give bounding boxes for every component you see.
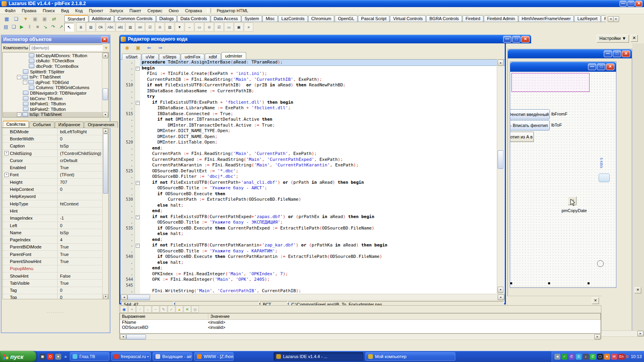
property-row[interactable]: CursorcrDefault [3, 157, 109, 164]
property-value[interactable]: 0 [57, 294, 109, 299]
fold-column[interactable] [135, 271, 140, 277]
fold-column[interactable] [135, 111, 140, 117]
fold-column[interactable] [135, 128, 140, 134]
fold-column[interactable] [135, 94, 140, 100]
ttogglebox-icon[interactable]: on [135, 22, 145, 32]
code-line[interactable]: .− if not FileExistsUTF8(CurrentPathExpe… [120, 214, 505, 220]
editor-vscroll-thumb[interactable] [498, 150, 504, 169]
code-line[interactable]: .− if FileExistsUTF8(ExePath + 'fbclient… [120, 100, 505, 106]
fold-column[interactable] [135, 157, 140, 163]
code-line[interactable]: 535 if ODSourceBD.Execute then CurrentPa… [120, 226, 505, 231]
fold-column[interactable] [135, 162, 140, 168]
menu-item[interactable]: Вид [58, 7, 72, 14]
tray-extra-icon[interactable]: ti [626, 354, 629, 359]
tlabel-icon[interactable]: Abc [106, 22, 115, 32]
watch-row[interactable]: ODSourceBD<invalid> [120, 325, 601, 330]
gadget-chip[interactable] [599, 174, 610, 182]
fold-column[interactable] [135, 185, 140, 191]
fold-column[interactable] [135, 288, 140, 294]
code-line[interactable]: . else halt; [120, 260, 505, 266]
watches-hscroll-thumb[interactable] [126, 334, 146, 340]
fold-column[interactable] [135, 265, 140, 271]
component-tree-item[interactable]: bbPaket1: TButton [3, 101, 109, 106]
code-line[interactable]: 525 ODSourceBD.DefaultExt := '*.dbc'; [120, 168, 505, 174]
step-into-button[interactable]: ↘ [42, 23, 49, 31]
fold-column[interactable] [135, 123, 140, 129]
fold-column[interactable] [135, 231, 140, 237]
object-inspector-close-button[interactable]: ✕ [101, 37, 108, 43]
jump-forward-button[interactable]: ⇒ [156, 43, 165, 52]
task-button[interactable]: Входящие - ain-2@m... [153, 352, 192, 361]
save-all-icon[interactable]: ▣ [40, 15, 49, 23]
fold-column[interactable] [135, 197, 140, 203]
task-button[interactable]: freepascal.ru • Прос... [111, 352, 151, 361]
form-close-button[interactable]: ✕ [606, 63, 614, 70]
code-line[interactable]: 545 [120, 283, 505, 289]
props-scroll-up[interactable]: ▴ [103, 129, 108, 134]
tree-expand-icon[interactable]: − [17, 75, 21, 79]
palette-scroll-right-button[interactable]: ▸ [613, 16, 619, 22]
form-designer-window[interactable]: — □ ✕ - Фенотип введённый lbFromF е - Вп… [510, 62, 616, 288]
settings-dropdown-button[interactable]: Настройки ▼ [597, 35, 629, 43]
fold-column[interactable] [135, 248, 140, 254]
editor-close-button[interactable]: ✕ [521, 36, 530, 43]
code-line[interactable]: . FIni.WriteString('Main', 'CurrentPathI… [120, 288, 505, 294]
antivirus-tray-icon[interactable]: ✓ [562, 354, 567, 360]
property-value[interactable]: True [57, 258, 109, 265]
bg-window-minimize-button[interactable]: — [604, 50, 612, 57]
tcheckgroup-icon[interactable]: ☑ [214, 22, 224, 32]
form-designer-titlebar[interactable]: — □ ✕ [510, 62, 616, 72]
property-value[interactable]: True [57, 244, 109, 250]
fold-column[interactable] [135, 254, 140, 260]
tmemo-icon[interactable]: ▤ [125, 22, 135, 32]
editor-maximize-button[interactable]: □ [512, 36, 520, 43]
editor-tab[interactable]: uStart [122, 54, 141, 60]
form-maximize-button[interactable]: □ [597, 63, 605, 70]
task-button[interactable]: Lazarus IDE v1.4.4 - ... [273, 352, 363, 361]
fold-column[interactable] [135, 220, 140, 226]
tcheckbox-icon[interactable]: ☑ [145, 22, 155, 32]
property-value[interactable] [57, 207, 109, 214]
docking-close-button[interactable]: ✕ [631, 35, 638, 42]
palette-tab[interactable]: Additional [89, 15, 114, 22]
enable-all-button[interactable]: ✓ [168, 306, 175, 313]
property-value[interactable]: False [57, 272, 109, 279]
move-down-button[interactable]: ↓ [144, 306, 152, 313]
property-row[interactable]: BiDiModebdLeftToRight [3, 128, 109, 135]
inspector-tab[interactable]: Ограничения [84, 121, 118, 128]
watches-scroll-left[interactable]: ◂ [120, 334, 126, 340]
code-line[interactable]: . try [120, 94, 505, 100]
menu-item[interactable]: Проект [86, 7, 106, 14]
code-line[interactable]: . DMInter.DICT_NAME.Open; [120, 134, 505, 140]
fold-marker-icon[interactable]: − [136, 181, 140, 185]
property-row[interactable]: ParentFontTrue [3, 251, 109, 258]
tree-scroll-up[interactable]: ▴ [103, 53, 108, 58]
property-row[interactable]: Hint [3, 207, 109, 215]
property-row[interactable]: HelpContext0 [3, 186, 109, 193]
fold-column[interactable] [135, 168, 140, 174]
view-units-icon[interactable]: ▤ [2, 23, 9, 31]
palette-tab[interactable]: Pascal Script [358, 15, 389, 22]
tree-expand-icon[interactable]: − [23, 80, 27, 84]
property-row[interactable]: Left0 [3, 222, 109, 229]
code-line[interactable]: . end; [120, 237, 505, 243]
fold-column[interactable] [135, 105, 140, 111]
new-form-icon[interactable]: ❏ [12, 15, 21, 23]
menu-item[interactable]: Пакет [126, 7, 144, 14]
palette-tab[interactable]: Virtual Controls [390, 15, 426, 22]
delete-all-button[interactable]: ✕ [183, 306, 191, 313]
fold-column[interactable] [135, 82, 140, 88]
tpopupmenu-icon[interactable]: ▤ [86, 22, 95, 32]
watches-grid[interactable]: Выражение Значение FName<invalid>ODSourc… [120, 313, 601, 334]
remove-watch-button[interactable]: − [152, 306, 159, 313]
source-editor-titlebar[interactable]: Редактор исходного кода — □ ✕ [119, 35, 531, 43]
quick-launch-opera-icon[interactable]: O [47, 354, 53, 360]
property-value[interactable]: True [57, 280, 109, 286]
component-tree-item[interactable]: Splitter8: TSplitter [3, 69, 109, 75]
tree-expand-icon[interactable]: − [17, 112, 21, 117]
code-line[interactable]: .− if not FileExistsUTF8(CurrentPath+'an… [120, 180, 505, 186]
fold-column[interactable] [135, 60, 140, 65]
bottom-dock-close-button[interactable]: ✕ [592, 297, 599, 304]
display-tray-icon[interactable]: ▢ [597, 354, 603, 360]
palette-tab[interactable]: Common Controls [114, 15, 156, 22]
